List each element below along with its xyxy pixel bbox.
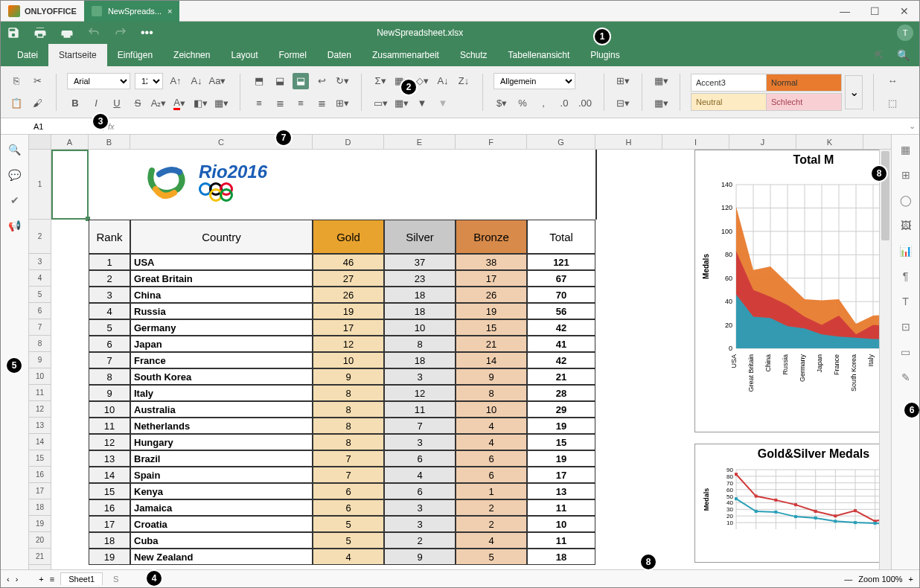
col-header-E[interactable]: E [384,135,456,149]
table-cell[interactable]: Brazil [130,450,313,467]
percent-format-icon[interactable]: % [514,95,531,112]
merge-cells-icon[interactable]: ⊞▾ [334,95,351,112]
table-cell[interactable]: 8 [456,385,527,401]
table-cell[interactable]: 8 [313,385,384,401]
table-cell[interactable]: 7 [89,352,130,368]
table-cell[interactable]: 8 [384,336,456,352]
font-size-select[interactable]: 12 [135,73,163,89]
sheet-tab-active[interactable]: Sheet1 [60,572,103,585]
accounting-format-icon[interactable]: $▾ [493,95,510,112]
table-cell[interactable]: Italy [130,385,313,401]
table-cell[interactable]: 12 [313,336,384,352]
chart-gold-silver[interactable]: Gold&Silver Medals 102030405060708090Med… [694,444,891,563]
table-cell[interactable]: Great Britain [130,270,313,287]
table-cell[interactable]: 2 [456,499,527,516]
sum-icon[interactable]: Σ▾ [372,73,389,89]
table-settings-icon[interactable]: ⊞ [898,167,913,182]
row-header-3[interactable]: 3 [29,254,51,270]
table-cell[interactable]: 41 [527,336,595,352]
table-template-icon[interactable]: ▦▾ [653,73,669,89]
zoom-in-icon[interactable]: + [909,575,913,584]
italic-button[interactable]: I [88,95,104,112]
bold-button[interactable]: B [67,95,83,112]
table-cell[interactable]: 1 [89,254,130,270]
row-header-20[interactable]: 20 [29,532,51,549]
col-header-F[interactable]: F [456,135,527,149]
image-settings-icon[interactable]: 🖼 [898,218,913,233]
table-cell[interactable]: 7 [313,467,384,483]
table-cell[interactable]: 42 [527,319,595,336]
table-cell[interactable]: 14 [89,467,130,483]
table-cell[interactable]: 10 [384,319,456,336]
table-cell[interactable]: South Korea [130,368,313,385]
search-icon[interactable]: 🔍 [7,142,22,157]
table-cell[interactable]: 29 [527,401,595,418]
prev-sheet-icon[interactable]: ‹ [7,575,10,584]
table-cell[interactable]: Netherlands [130,418,313,434]
row-header-10[interactable]: 10 [29,368,51,385]
table-cell[interactable]: 12 [89,434,130,450]
table-cell[interactable]: 8 [313,418,384,434]
table-cell[interactable]: 4 [456,418,527,434]
vertical-scrollbar[interactable] [879,150,891,569]
header-cell-rank[interactable]: Rank [89,220,130,254]
table-cell[interactable]: 5 [313,516,384,532]
chart-total-medals[interactable]: Total M 020406080100120140USAGreat Brita… [694,150,891,432]
clear-filter-icon[interactable]: ▼ [435,95,451,112]
col-header-J[interactable]: J [729,135,796,149]
menu-tab-datei[interactable]: Datei [7,44,48,66]
table-cell[interactable]: 19 [527,450,595,467]
menu-tab-daten[interactable]: Daten [317,44,362,66]
comments-icon[interactable]: 💬 [7,167,22,182]
font-color-button[interactable]: A▾ [171,95,188,112]
col-header-H[interactable]: H [595,135,662,149]
col-header-K[interactable]: K [796,135,863,149]
table-cell[interactable]: 6 [456,467,527,483]
table-cell[interactable]: 18 [384,287,456,303]
table-cell[interactable]: 4 [456,532,527,549]
table-cell[interactable]: 11 [527,532,595,549]
paragraph-settings-icon[interactable]: ¶ [898,269,913,284]
header-cell-country[interactable]: Country [130,220,313,254]
copy-icon[interactable]: ⎘ [8,73,25,89]
filter-icon[interactable]: ▼ [414,95,430,112]
add-sheet-icon[interactable]: + [39,575,43,584]
table-cell[interactable]: China [130,287,313,303]
table-cell[interactable]: 3 [89,287,130,303]
app-logo[interactable]: ONLYOFFICE [1,5,84,17]
undo-icon[interactable] [87,26,100,39]
col-header-D[interactable]: D [313,135,384,149]
menu-tab-zusammenarbeit[interactable]: Zusammenarbeit [362,44,450,66]
table-cell[interactable]: 7 [313,450,384,467]
spellcheck-icon[interactable]: ✔ [7,193,22,208]
row-header-21[interactable]: 21 [29,549,51,565]
table-cell[interactable]: 5 [313,532,384,549]
table-cell[interactable]: 21 [456,336,527,352]
style-neutral[interactable]: Neutral [691,94,766,110]
menu-tab-einfügen[interactable]: Einfügen [107,44,163,66]
table-cell[interactable]: Australia [130,401,313,418]
table-cell[interactable]: Jamaica [130,499,313,516]
row-header-6[interactable]: 6 [29,303,51,319]
decrease-font-icon[interactable]: A↓ [188,73,205,89]
menu-tab-schutz[interactable]: Schutz [450,44,498,66]
table-cell[interactable]: 8 [89,368,130,385]
replace-icon[interactable]: ↔ [884,73,901,89]
table-cell[interactable]: 8 [313,401,384,418]
table-cell[interactable]: 3 [384,434,456,450]
underline-button[interactable]: U [109,95,125,112]
decrease-decimal-icon[interactable]: .0 [556,95,572,112]
col-header-I[interactable]: I [662,135,729,149]
table-cell[interactable]: 17 [313,319,384,336]
table-cell[interactable]: 2 [89,270,130,287]
table-cell[interactable]: 6 [384,450,456,467]
more-icon[interactable]: ••• [141,26,153,39]
table-cell[interactable]: 26 [313,287,384,303]
table-cell[interactable]: Kenya [130,483,313,499]
row-header-17[interactable]: 17 [29,483,51,499]
select-all-corner[interactable] [29,135,51,149]
row-header-8[interactable]: 8 [29,336,51,352]
maximize-button[interactable]: ☐ [860,1,889,22]
align-left-icon[interactable]: ≡ [251,95,267,112]
header-cell-total[interactable]: Total [527,220,595,254]
